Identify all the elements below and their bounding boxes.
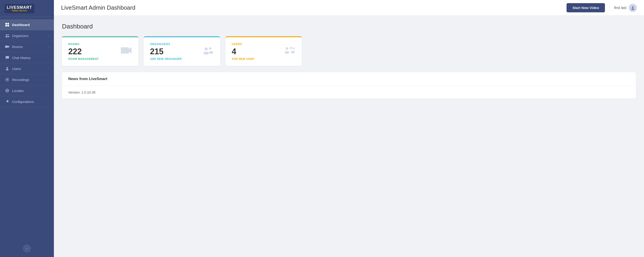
rooms-stat-icon (120, 46, 132, 57)
organizers-stat-number: 215 (150, 47, 182, 56)
svg-point-21 (204, 47, 208, 50)
svg-point-7 (8, 36, 10, 37)
rooms-stat-card: ROOMS 222 ROOM MANAGEMENT (62, 36, 138, 66)
svg-point-24 (209, 51, 213, 54)
svg-point-10 (6, 67, 8, 69)
svg-point-28 (291, 51, 295, 53)
sidebar-nav: Dashboard Organizers › (0, 17, 54, 241)
main-content: LiveSmart Admin Dashboard Start New Vide… (54, 0, 644, 257)
svg-point-27 (290, 47, 292, 49)
sidebar-item-label-organizers: Organizers (12, 34, 28, 38)
svg-point-5 (6, 36, 8, 37)
svg-point-4 (6, 34, 7, 36)
sidebar-item-locales[interactable]: Locales (0, 85, 54, 96)
rooms-stat-content: ROOMS 222 ROOM MANAGEMENT (68, 43, 99, 60)
chat-icon (5, 55, 10, 60)
header: LiveSmart Admin Dashboard Start New Vide… (54, 0, 644, 16)
organizers-icon (5, 33, 10, 38)
chevron-right-icon: › (48, 34, 49, 37)
svg-rect-1 (8, 23, 9, 24)
page-title: Dashboard (62, 23, 636, 30)
users-stat-card: USERS 4 ADD NEW USER (226, 36, 302, 66)
svg-point-26 (285, 51, 289, 54)
sidebar-item-configurations[interactable]: Configurations (0, 96, 54, 107)
svg-point-18 (631, 8, 634, 10)
svg-point-13 (6, 79, 8, 80)
sidebar-item-users[interactable]: Users › (0, 63, 54, 74)
sidebar-item-label-chat: Chat History (12, 56, 31, 60)
svg-point-11 (6, 69, 8, 70)
news-body: Version: 1.0.10.39 (62, 86, 636, 99)
svg-point-22 (204, 52, 209, 55)
header-right: Start New Video first last (566, 3, 637, 12)
svg-point-25 (286, 47, 288, 50)
configurations-icon (5, 99, 10, 104)
chevron-right-icon-rooms: › (48, 45, 49, 48)
sidebar-item-label-users: Users (12, 67, 21, 71)
users-stat-icon (284, 46, 296, 57)
sidebar-item-label-locales: Locales (12, 89, 24, 93)
news-card-header: News from LiveSmart (62, 72, 636, 86)
stats-row: ROOMS 222 ROOM MANAGEMENT ORGANIZERS 215… (62, 36, 636, 66)
organizers-stat-label: ORGANIZERS (150, 43, 182, 46)
logo-sub: Video Server (12, 9, 27, 12)
logo-main: LIVESMART (7, 5, 32, 9)
avatar (629, 4, 637, 12)
sidebar: LIVESMART Video Server Dashboard (0, 0, 54, 257)
organizers-stat-action[interactable]: ADD NEW ORGANIZER (150, 57, 182, 60)
organizers-stat-content: ORGANIZERS 215 ADD NEW ORGANIZER (150, 43, 182, 60)
locales-icon (5, 88, 10, 93)
svg-point-23 (209, 47, 212, 49)
sidebar-item-dashboard[interactable]: Dashboard (0, 19, 54, 30)
recordings-icon (5, 77, 10, 82)
user-info: first last (610, 4, 637, 12)
organizers-stat-card: ORGANIZERS 215 ADD NEW ORGANIZER (144, 36, 220, 66)
news-title: News from LiveSmart (68, 77, 107, 81)
rooms-stat-action[interactable]: ROOM MANAGEMENT (68, 57, 99, 60)
svg-point-6 (8, 34, 9, 35)
svg-rect-8 (5, 45, 8, 48)
svg-rect-2 (6, 25, 7, 26)
sidebar-item-label-recordings: Recordings (12, 78, 29, 82)
header-title: LiveSmart Admin Dashboard (61, 4, 136, 11)
sidebar-item-label-dashboard: Dashboard (12, 23, 30, 27)
users-stat-label: USERS (232, 43, 254, 46)
svg-marker-9 (8, 45, 9, 48)
sidebar-item-recordings[interactable]: Recordings (0, 74, 54, 85)
rooms-stat-number: 222 (68, 47, 99, 56)
sidebar-item-chat-history[interactable]: Chat History (0, 52, 54, 63)
sidebar-item-label-configurations: Configurations (12, 100, 34, 104)
users-stat-action[interactable]: ADD NEW USER (232, 57, 254, 60)
sidebar-logo: LIVESMART Video Server (0, 0, 54, 17)
sidebar-item-rooms[interactable]: Rooms › (0, 41, 54, 52)
svg-rect-3 (8, 25, 9, 26)
dashboard-icon (5, 22, 10, 27)
svg-point-29 (293, 47, 295, 49)
news-card: News from LiveSmart Version: 1.0.10.39 (62, 72, 636, 99)
users-stat-content: USERS 4 ADD NEW USER (232, 43, 254, 60)
users-stat-number: 4 (232, 47, 254, 56)
organizers-stat-icon (202, 46, 214, 57)
sidebar-collapse-section: ‹ (0, 241, 54, 257)
user-name: first last (614, 6, 626, 10)
rooms-stat-label: ROOMS (68, 43, 99, 46)
rooms-icon (5, 44, 10, 49)
svg-marker-20 (129, 47, 132, 54)
logo-box: LIVESMART Video Server (4, 4, 34, 13)
svg-rect-0 (6, 23, 7, 24)
svg-point-17 (632, 6, 634, 8)
page-content: Dashboard ROOMS 222 ROOM MANAGEMENT (54, 16, 644, 257)
users-icon (5, 66, 10, 71)
sidebar-item-label-rooms: Rooms (12, 45, 23, 49)
chevron-right-icon-users: › (48, 67, 49, 70)
svg-rect-19 (121, 47, 129, 54)
start-video-button[interactable]: Start New Video (566, 3, 605, 12)
sidebar-item-organizers[interactable]: Organizers › (0, 30, 54, 41)
collapse-button[interactable]: ‹ (23, 245, 31, 253)
